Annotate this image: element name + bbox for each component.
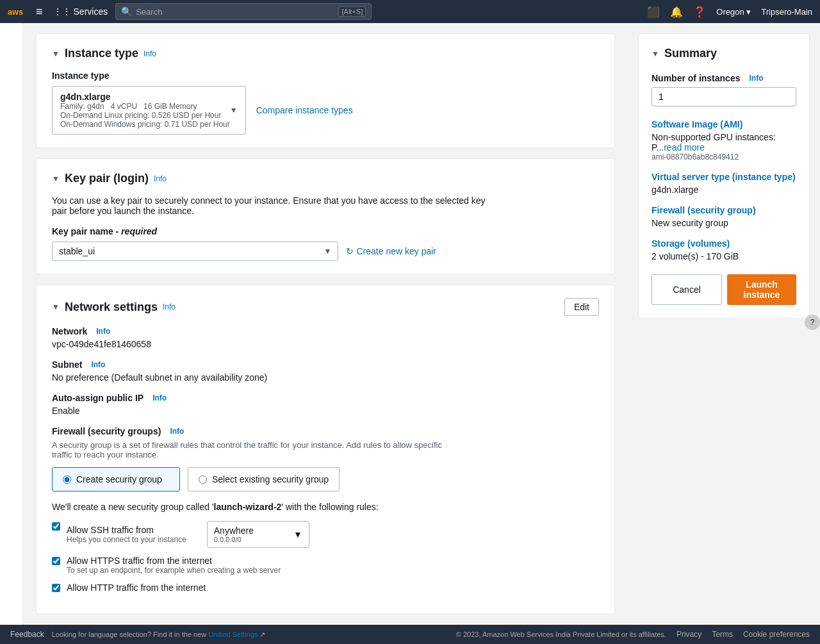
feedback-button[interactable]: Feedback: [10, 630, 44, 634]
instance-details-windows: On-Demand Windows pricing: 0.71 USD per …: [60, 120, 230, 129]
network-toggle[interactable]: ▼: [52, 302, 60, 311]
help-icon[interactable]: ❓: [693, 6, 706, 18]
summary-firewall: Firewall (security group) New security g…: [652, 205, 796, 228]
network-value: vpc-049de41fe81460658: [52, 339, 599, 349]
sg-create-message: We'll create a new security group called…: [52, 502, 599, 512]
summary-toggle[interactable]: ▼: [652, 49, 659, 58]
instances-info-link[interactable]: Info: [749, 74, 763, 83]
keypair-title: Key pair (login): [65, 172, 149, 185]
help-panel-toggle[interactable]: ?: [805, 315, 820, 330]
instances-count-field: Number of instances Info: [652, 73, 796, 119]
summary-ami-title[interactable]: Software Image (AMI): [652, 119, 796, 129]
select-sg-option[interactable]: Select existing security group: [188, 467, 340, 491]
instance-type-section: ▼ Instance type Info Instance type g4dn.…: [36, 33, 615, 148]
account-selector[interactable]: Tripsero-Main: [761, 7, 812, 17]
https-label: Allow HTTPS traffic from the internet: [67, 556, 599, 566]
launch-instance-button[interactable]: Launch instance: [727, 274, 796, 305]
create-sg-radio[interactable]: [63, 475, 71, 484]
cancel-button[interactable]: Cancel: [652, 274, 722, 305]
create-sg-option[interactable]: Create security group: [52, 467, 180, 491]
subnet-info-link[interactable]: Info: [91, 360, 105, 369]
search-shortcut: [Alt+S]: [338, 6, 366, 17]
https-checkbox-row: Allow HTTPS traffic from the internet To…: [52, 556, 599, 575]
svg-text:aws: aws: [8, 7, 23, 17]
https-checkbox[interactable]: [52, 557, 60, 565]
summary-firewall-title[interactable]: Firewall (security group): [652, 205, 796, 215]
create-keypair-link[interactable]: ↻ Create new key pair: [346, 246, 436, 256]
auto-assign-field: Auto-assign public IP Info Enable: [52, 393, 599, 416]
instances-label: Number of instances Info: [652, 73, 796, 83]
privacy-link[interactable]: Privacy: [676, 630, 701, 634]
summary-panel: ▼ Summary Number of instances Info Softw…: [628, 23, 820, 634]
ssh-source-sub: 0.0.0.0/0: [214, 536, 254, 543]
network-settings-info-link[interactable]: Info: [163, 302, 176, 311]
bell-icon[interactable]: 🔔: [670, 6, 683, 18]
main-content: ▼ Instance type Info Instance type g4dn.…: [23, 23, 628, 634]
network-settings-title: Network settings: [65, 301, 158, 314]
instance-type-arrow: ▼: [230, 106, 238, 115]
keypair-arrow: ▼: [324, 247, 332, 256]
keypair-description: You can use a key pair to securely conne…: [52, 195, 488, 216]
cookie-link[interactable]: Cookie preferences: [743, 630, 810, 634]
http-checkbox[interactable]: [52, 584, 60, 592]
unified-settings-link[interactable]: Unified Settings: [208, 631, 258, 635]
network-edit-button[interactable]: Edit: [564, 298, 599, 316]
summary-card: ▼ Summary Number of instances Info Softw…: [638, 33, 810, 318]
firewall-title: Firewall (security groups) Info: [52, 426, 599, 436]
keypair-toggle[interactable]: ▼: [52, 174, 60, 183]
ssh-desc: Helps you connect to your instance: [67, 535, 186, 544]
keypair-select[interactable]: stable_ui ▼: [52, 242, 338, 261]
bottom-bar: Feedback Looking for language selection?…: [0, 625, 820, 634]
keypair-header: ▼ Key pair (login) Info: [52, 172, 599, 185]
footer-copyright: © 2023, Amazon Web Services India Privat…: [456, 631, 666, 634]
summary-storage-value: 2 volume(s) - 170 GiB: [652, 251, 796, 261]
instance-type-toggle[interactable]: ▼: [52, 49, 60, 58]
network-info-link[interactable]: Info: [96, 327, 110, 336]
grid-icon: ⋮⋮: [53, 6, 71, 17]
keypair-section: ▼ Key pair (login) Info You can use a ke…: [36, 158, 615, 274]
select-sg-radio[interactable]: [199, 475, 207, 484]
terms-link[interactable]: Terms: [712, 630, 733, 634]
keypair-select-row: stable_ui ▼ ↻ Create new key pair: [52, 242, 436, 261]
instance-name: g4dn.xlarge: [60, 92, 230, 102]
ssh-source-select[interactable]: Anywhere 0.0.0.0/0 ▼: [207, 521, 309, 548]
network-settings-section: ▼ Network settings Info Edit Network Inf…: [36, 285, 615, 614]
security-group-options: Create security group Select existing se…: [52, 467, 599, 491]
services-menu[interactable]: ⋮⋮ Services: [53, 6, 108, 17]
instance-type-select[interactable]: g4dn.xlarge Family: g4dn 4 vCPU 16 GiB M…: [52, 86, 246, 135]
instance-type-info-link[interactable]: Info: [144, 49, 156, 58]
summary-storage-title[interactable]: Storage (volumes): [652, 238, 796, 249]
sidebar-toggle-icon[interactable]: ≡: [36, 5, 43, 19]
footer-language-text: Looking for language selection? Find it …: [52, 631, 266, 635]
summary-storage: Storage (volumes) 2 volume(s) - 170 GiB: [652, 238, 796, 261]
summary-ami-id: ami-08870b6ab8c849412: [652, 153, 796, 161]
top-navigation: aws ≡ ⋮⋮ Services 🔍 [Alt+S] ⬛ 🔔 ❓ Oregon…: [0, 0, 820, 23]
summary-actions: Cancel Launch instance: [652, 274, 796, 305]
aws-logo[interactable]: aws: [8, 5, 28, 18]
search-input[interactable]: [136, 7, 334, 17]
keypair-value: stable_ui: [59, 246, 95, 256]
ssh-checkbox[interactable]: [52, 522, 60, 531]
auto-assign-label: Auto-assign public IP Info: [52, 393, 599, 403]
search-icon: 🔍: [121, 6, 132, 17]
ami-read-more-link[interactable]: read more: [664, 142, 705, 153]
instance-details-family: Family: g4dn 4 vCPU 16 GiB Memory: [60, 102, 230, 111]
summary-instance-type-value: g4dn.xlarge: [652, 185, 796, 195]
region-selector[interactable]: Oregon ▾: [716, 7, 751, 17]
search-bar[interactable]: 🔍 [Alt+S]: [115, 3, 372, 20]
keypair-info-link[interactable]: Info: [154, 174, 167, 183]
compare-instance-types-link[interactable]: Compare instance types: [256, 105, 353, 115]
instance-type-title: Instance type: [65, 47, 138, 60]
instance-type-form-label: Instance type: [52, 70, 599, 81]
firewall-info-link[interactable]: Info: [170, 427, 184, 436]
ssh-source-arrow: ▼: [293, 529, 302, 540]
instances-input[interactable]: [652, 87, 796, 106]
subnet-label: Subnet Info: [52, 359, 599, 370]
auto-assign-info-link[interactable]: Info: [152, 393, 167, 402]
create-sg-label: Create security group: [76, 474, 162, 484]
ssh-source-main: Anywhere: [214, 525, 254, 536]
summary-instance-type-title[interactable]: Virtual server type (instance type): [652, 172, 796, 182]
terminal-icon[interactable]: ⬛: [647, 6, 660, 18]
firewall-section: Firewall (security groups) Info A securi…: [52, 426, 599, 593]
select-sg-label: Select existing security group: [212, 474, 329, 484]
